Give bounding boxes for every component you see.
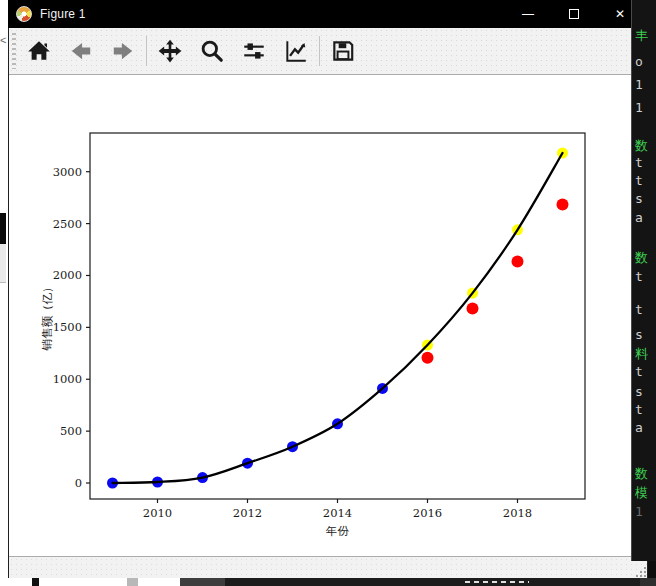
console-text-fragment: 料 (635, 345, 648, 363)
axes-box (90, 133, 585, 499)
bottom-sliver-block (640, 578, 656, 586)
console-text-fragment: 丰 (635, 27, 648, 45)
y-tick-label: 0 (75, 476, 82, 490)
console-text-fragment: 1 (635, 504, 643, 519)
back-button[interactable] (64, 34, 98, 68)
bottom-edge-sliver (0, 578, 656, 586)
maximize-icon (569, 9, 579, 19)
background-left-strip: < (0, 0, 8, 586)
actual-sales-points (422, 352, 434, 364)
x-tick-label: 2018 (503, 506, 532, 520)
title-bar[interactable]: Figure 1 — ✕ (8, 0, 649, 28)
save-button[interactable] (326, 34, 360, 68)
home-icon (26, 38, 52, 64)
console-text-fragment: o (635, 54, 643, 69)
background-console-window[interactable]: 丰o11数ttsa数tts料tsta数模1 (631, 0, 656, 561)
sales-prediction-chart: 2010201220142016201805001000150020002500… (9, 75, 647, 556)
configure-subplots-icon (241, 38, 267, 64)
configure-subplots-button[interactable] (237, 34, 271, 68)
console-text-fragment: 数 (635, 137, 648, 155)
x-tick-label: 2016 (413, 506, 442, 520)
back-icon (68, 38, 94, 64)
bottom-sliver-block (225, 578, 656, 586)
console-text-fragment: t (635, 173, 643, 188)
zoom-button[interactable] (195, 34, 229, 68)
bottom-sliver-block (180, 578, 225, 586)
figure-window: Figure 1 — ✕ (8, 0, 648, 578)
console-text-fragment: 1 (635, 77, 643, 92)
toolbar-drag-handle[interactable] (12, 33, 16, 69)
console-text-fragment: s (635, 327, 643, 342)
figure-canvas[interactable]: 2010201220142016201805001000150020002500… (9, 75, 647, 556)
actual-sales-points (557, 199, 569, 211)
y-tick-label: 1000 (53, 372, 82, 386)
minimize-icon: — (522, 7, 534, 21)
console-text-fragment: t (635, 269, 643, 284)
fitted-curve (113, 153, 563, 483)
console-text-fragment: t (635, 155, 643, 170)
console-text-fragment: t (635, 402, 643, 417)
y-tick-label: 500 (60, 424, 82, 438)
matplotlib-toolbar (9, 28, 647, 75)
background-scrollbar-thumb (0, 213, 6, 244)
toolbar-separator (319, 36, 320, 66)
console-text-fragment: 1 (635, 100, 643, 115)
console-text-fragment: 模 (635, 484, 648, 502)
bottom-sliver-block (127, 578, 138, 586)
maximize-button[interactable] (551, 0, 597, 28)
window-title: Figure 1 (40, 7, 86, 21)
y-tick-label: 2000 (53, 268, 82, 282)
bottom-sliver-marks (465, 581, 529, 583)
x-axis-label: 年份 (325, 524, 350, 538)
y-tick-label: 3000 (53, 165, 82, 179)
console-text-fragment: a (635, 210, 643, 225)
status-bar (9, 556, 647, 578)
background-scrollbar-track (0, 244, 6, 283)
pan-button[interactable] (153, 34, 187, 68)
x-tick-label: 2012 (233, 506, 262, 520)
edit-parameters-button[interactable] (279, 34, 313, 68)
zoom-to-rect-icon (199, 38, 225, 64)
close-icon: ✕ (615, 7, 625, 21)
console-text-fragment: t (635, 364, 643, 379)
edit-parameters-icon (283, 38, 309, 64)
pan-icon (157, 38, 183, 64)
resize-grip[interactable] (634, 565, 646, 577)
forward-button[interactable] (106, 34, 140, 68)
clipped-background-text: < (0, 34, 6, 46)
console-text-fragment: a (635, 420, 643, 435)
console-text-fragment: s (635, 384, 643, 399)
console-text-fragment: t (635, 302, 643, 317)
y-axis-label: 销售额（亿） (40, 282, 54, 352)
home-button[interactable] (22, 34, 56, 68)
toolbar-separator (146, 36, 147, 66)
forward-icon (110, 38, 136, 64)
bottom-sliver-block (32, 578, 39, 586)
minimize-button[interactable]: — (505, 0, 551, 28)
actual-sales-points (467, 303, 479, 315)
y-tick-label: 1500 (53, 320, 82, 334)
console-text-fragment: s (635, 191, 643, 206)
x-tick-label: 2010 (143, 506, 172, 520)
matplotlib-logo-icon (16, 6, 32, 22)
console-text-fragment: 数 (635, 465, 648, 483)
y-tick-label: 2500 (53, 217, 82, 231)
console-text-fragment: 数 (635, 249, 648, 267)
save-icon (330, 38, 356, 64)
actual-sales-points (512, 256, 524, 268)
x-tick-label: 2014 (323, 506, 352, 520)
